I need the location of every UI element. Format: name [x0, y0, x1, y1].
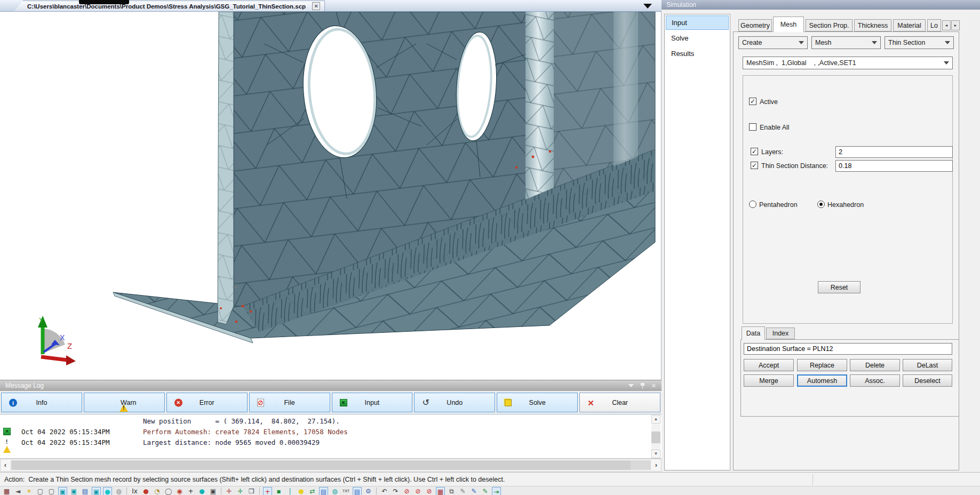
merge-button[interactable]: Merge — [744, 374, 794, 387]
ball-yellow-icon[interactable]: ● — [297, 487, 306, 495]
display-mode-icon[interactable]: ▦ — [2, 487, 11, 495]
camera-icon[interactable]: ▣ — [209, 487, 218, 495]
sidebar-item-input[interactable]: Input — [666, 15, 729, 30]
swap-green-icon[interactable]: ⇄ — [308, 487, 317, 495]
enable-all-label[interactable]: Enable All — [760, 124, 790, 131]
document-tab[interactable]: C:\Users\blancaster\Documents\Product De… — [14, 1, 325, 12]
export-icon[interactable]: ⇥ — [492, 487, 501, 495]
enable-all-checkbox[interactable] — [749, 123, 756, 131]
log-entry[interactable]: ✕ Oct 04 2022 05:15:34PM Perform Automes… — [0, 426, 662, 437]
active-checkbox[interactable]: ✓ — [749, 98, 756, 105]
scroll-down-icon[interactable]: ▼ — [651, 450, 660, 458]
delete-button[interactable]: Delete — [850, 359, 900, 371]
pointer-icon[interactable]: ◄ — [13, 487, 22, 495]
node-green-icon[interactable]: ▪ — [274, 487, 283, 495]
undo-arrow-icon[interactable]: ↶ — [380, 487, 389, 495]
clock-icon[interactable]: ◔ — [153, 487, 162, 495]
window-icon[interactable]: ❒ — [247, 487, 256, 495]
thin-section-distance-input[interactable] — [835, 160, 953, 172]
gear-icon[interactable]: ⚙ — [364, 487, 373, 495]
tab-data[interactable]: Data — [742, 326, 765, 340]
scroll-left-icon[interactable]: ‹ — [1, 459, 10, 471]
deselect-button[interactable]: Deselect — [903, 374, 952, 387]
document-list-chevron-icon[interactable] — [643, 4, 652, 9]
scroll-track[interactable] — [11, 460, 651, 470]
assoc-button[interactable]: Assoc. — [850, 374, 900, 387]
panel-close-icon[interactable]: ✕ — [651, 383, 656, 389]
thin-section-distance-checkbox[interactable]: ✓ — [751, 162, 758, 169]
file-log-button[interactable]: ∅ File — [249, 393, 330, 412]
undo-button[interactable]: ↺ Undo — [414, 393, 495, 412]
axis-red-icon[interactable]: ✛ — [225, 487, 234, 495]
scroll-right-icon[interactable]: › — [651, 459, 661, 471]
mesh-record-combo[interactable]: MeshSim , 1,Global , ,Active,SET1 — [743, 57, 953, 69]
hexahedron-label[interactable]: Hexahedron — [827, 201, 864, 209]
scroll-thumb[interactable] — [651, 432, 660, 443]
pentahedron-radio[interactable] — [749, 201, 756, 208]
swirl-icon[interactable]: ◍ — [114, 487, 123, 495]
layers-input[interactable] — [835, 146, 953, 158]
sphere-teal-icon[interactable]: ● — [103, 487, 112, 495]
delast-button[interactable]: DeLast — [903, 359, 952, 371]
view-box-2-icon[interactable]: ▢ — [47, 487, 56, 495]
log-entry[interactable]: Oct 04 2022 05:15:34PM Largest distance:… — [0, 437, 662, 448]
doc-teal-3-icon[interactable]: ▣ — [92, 487, 101, 495]
warn-filter-button[interactable]: Warn — [84, 393, 165, 412]
axis-green-icon[interactable]: ✛ — [236, 487, 245, 495]
grid-red-icon[interactable]: ▦ — [436, 487, 445, 495]
plus-black-icon[interactable]: + — [186, 487, 195, 495]
sidebar-item-results[interactable]: Results — [666, 46, 729, 61]
clear-button[interactable]: ✕ Clear — [579, 393, 660, 412]
doc-blue-icon[interactable]: ▤ — [81, 487, 90, 495]
sphere-red-icon[interactable]: ● — [141, 487, 150, 495]
page-copy-icon[interactable]: ⧉ — [447, 487, 456, 495]
automesh-button[interactable]: Automesh — [797, 374, 847, 387]
view-box-1-icon[interactable]: ▢ — [36, 487, 45, 495]
doc-teal-1-icon[interactable]: ▣ — [58, 487, 67, 495]
scroll-thumb[interactable] — [12, 460, 631, 470]
log-entry[interactable]: New position = ( 369.114, 84.802, 27.154… — [0, 416, 662, 426]
log-horizontal-scrollbar[interactable]: ‹ › — [0, 459, 662, 472]
tab-mesh[interactable]: Mesh — [773, 17, 804, 32]
pencil-green-icon[interactable]: ✎ — [481, 487, 490, 495]
text-tool-icon[interactable]: TXT — [341, 487, 350, 495]
panel-menu-chevron-icon[interactable] — [628, 384, 634, 387]
tab-loads-truncated[interactable]: Lo — [927, 19, 941, 31]
ball-teal-icon[interactable]: ● — [197, 487, 206, 495]
thin-section-distance-label[interactable]: Thin Section Distance: — [761, 162, 828, 170]
active-label[interactable]: Active — [760, 98, 778, 106]
pin-icon[interactable] — [640, 383, 645, 389]
replace-button[interactable]: Replace — [797, 359, 847, 371]
tab-scroll-right-icon[interactable]: ► — [951, 20, 960, 30]
input-filter-button[interactable]: ✕ Input — [332, 393, 413, 412]
pencil-blue-icon[interactable]: ✎ — [469, 487, 479, 495]
keyboard-icon[interactable]: ▤ — [353, 487, 362, 495]
globe-teal-icon[interactable]: ◍ — [330, 487, 339, 495]
reset-button[interactable]: Reset — [818, 281, 861, 293]
sidebar-item-solve[interactable]: Solve — [666, 31, 729, 45]
beam-teal-icon[interactable]: | — [285, 487, 294, 495]
scroll-up-icon[interactable]: ▲ — [651, 415, 660, 424]
target-red-icon[interactable]: ◉ — [175, 487, 184, 495]
destination-surface-input[interactable] — [744, 343, 952, 355]
entity-combo[interactable]: Mesh — [811, 36, 881, 49]
no-entry-3-icon[interactable]: ⊘ — [425, 487, 434, 495]
redo-arrow-icon[interactable]: ↷ — [391, 487, 400, 495]
add-node-red-icon[interactable]: + — [263, 487, 272, 495]
tab-material[interactable]: Material — [893, 19, 926, 31]
accept-button[interactable]: Accept — [744, 359, 794, 371]
no-entry-2-icon[interactable]: ⊘ — [413, 487, 423, 495]
error-filter-button[interactable]: ✕ Error — [166, 393, 248, 412]
panel-blue-icon[interactable]: ▤ — [319, 487, 328, 495]
viewport-3d[interactable]: Y X Z — [0, 12, 662, 380]
highlight-icon[interactable]: ✶ — [25, 487, 34, 495]
doc-teal-2-icon[interactable]: ▣ — [69, 487, 78, 495]
layers-checkbox[interactable]: ✓ — [751, 148, 758, 155]
operation-combo[interactable]: Create — [738, 36, 808, 49]
solve-button[interactable]: Solve — [497, 393, 578, 412]
pentahedron-label[interactable]: Pentahedron — [759, 201, 798, 209]
tab-section-prop[interactable]: Section Prop. — [806, 19, 852, 31]
ellipse-icon[interactable]: ◯ — [164, 487, 173, 495]
mesh-type-combo[interactable]: Thin Section — [885, 36, 954, 49]
tab-index[interactable]: Index — [766, 328, 795, 339]
